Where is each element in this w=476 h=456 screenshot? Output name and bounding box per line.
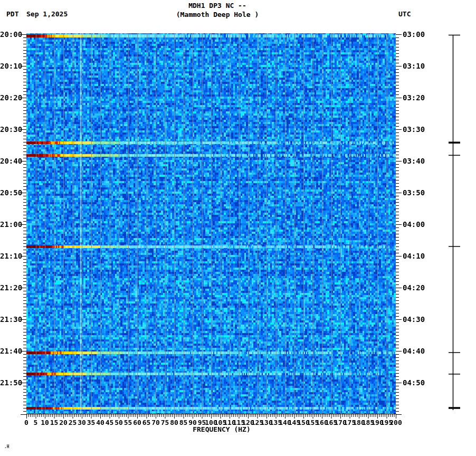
- time-label-utc: 03:40: [403, 157, 425, 165]
- time-label-pdt: 21:10: [0, 252, 21, 260]
- time-label-pdt: 20:30: [0, 126, 21, 133]
- time-label-pdt: 21:00: [0, 221, 21, 228]
- time-label-pdt: 20:50: [0, 189, 21, 196]
- time-label-utc: 04:10: [403, 252, 425, 260]
- time-label-utc: 03:30: [403, 126, 425, 133]
- freq-tick-label: 0: [24, 419, 28, 426]
- time-label-utc: 03:00: [403, 31, 425, 38]
- time-label-utc: 04:00: [403, 221, 425, 228]
- time-label-pdt: 20:40: [0, 157, 21, 165]
- time-label-pdt: 21:20: [0, 284, 21, 291]
- time-label-pdt: 20:00: [0, 31, 21, 38]
- time-label-pdt: 21:30: [0, 316, 21, 323]
- time-label-pdt: 20:20: [0, 94, 21, 101]
- time-label-utc: 04:30: [403, 316, 425, 323]
- time-label-utc: 03:20: [403, 94, 425, 101]
- time-label-pdt: 21:50: [0, 379, 21, 386]
- time-label-pdt: 21:40: [0, 347, 21, 355]
- spectrogram-page: MDH1 DP3 NC -- (Mammoth Deep Hole ) PDT …: [0, 0, 476, 456]
- time-label-utc: 04:20: [403, 284, 425, 291]
- time-label-pdt: 20:10: [0, 62, 21, 70]
- time-label-utc: 03:10: [403, 62, 425, 70]
- time-label-utc: 03:50: [403, 189, 425, 196]
- footer-mark: .H: [4, 444, 9, 449]
- time-label-utc: 04:40: [403, 347, 425, 355]
- x-axis-title: FREQUENCY (HZ): [33, 425, 411, 433]
- time-label-utc: 04:50: [403, 379, 425, 386]
